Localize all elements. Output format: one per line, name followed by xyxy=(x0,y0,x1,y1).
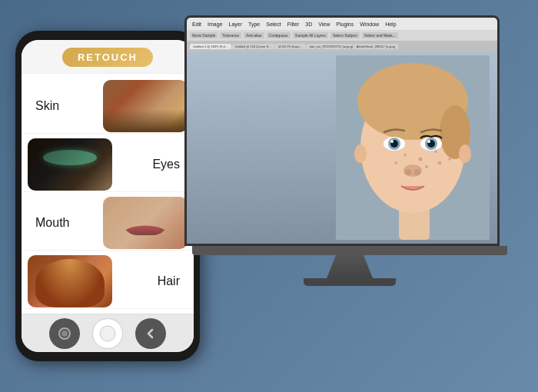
svg-point-13 xyxy=(427,140,430,143)
toolbar-antialias[interactable]: Anti-alias xyxy=(244,32,264,38)
svg-point-21 xyxy=(419,158,423,161)
eyes-thumbnail xyxy=(28,138,112,191)
mouth-label: Mouth xyxy=(28,216,103,230)
tab-1[interactable]: Untitled-1 @ 100% (Ful… xyxy=(190,44,231,49)
monitor-bottom-edge xyxy=(192,246,507,255)
list-item[interactable]: Mouth xyxy=(22,195,194,251)
hair-thumbnail xyxy=(28,255,112,307)
toolbar-contiguous[interactable]: Contiguous xyxy=(267,32,291,38)
skin-thumbnail xyxy=(103,80,188,132)
menu-filter[interactable]: Filter xyxy=(285,22,302,27)
eyes-image xyxy=(28,138,112,191)
menu-type[interactable]: Type xyxy=(246,22,262,27)
hair-label: Hair xyxy=(112,274,188,288)
phone-screen: RETOUCH Skin Eyes Mouth xyxy=(22,40,194,352)
photo-button[interactable] xyxy=(92,318,123,349)
menu-select[interactable]: Select xyxy=(264,22,283,27)
list-item[interactable]: Hair xyxy=(22,254,194,309)
svg-point-28 xyxy=(448,158,451,161)
svg-point-2 xyxy=(100,326,115,341)
svg-point-22 xyxy=(434,150,437,153)
mouth-thumbnail xyxy=(103,197,188,249)
photo-icon xyxy=(99,325,116,342)
menu-view[interactable]: View xyxy=(316,22,332,27)
svg-point-23 xyxy=(425,165,428,168)
monitor-menubar: Edit Image Layer Type Select Filter 3D V… xyxy=(187,18,497,30)
skin-label: Skin xyxy=(28,99,103,113)
phone-header: RETOUCH xyxy=(22,40,194,74)
svg-point-19 xyxy=(405,169,411,175)
retouch-badge: RETOUCH xyxy=(62,48,153,67)
skin-image xyxy=(103,80,188,132)
svg-point-8 xyxy=(459,145,471,163)
menu-help[interactable]: Help xyxy=(383,22,398,27)
monitor-stand-assembly xyxy=(184,246,515,286)
svg-point-26 xyxy=(394,161,397,164)
monitor: Edit Image Layer Type Select Filter 3D V… xyxy=(184,15,515,292)
toolbar-select-subject[interactable]: Select Subject xyxy=(330,32,360,38)
toolbar-select-mask[interactable]: Select and Mask... xyxy=(362,32,398,38)
record-icon xyxy=(58,327,71,341)
face-portrait-svg xyxy=(336,55,490,240)
toolbar-sample[interactable]: None Sample xyxy=(190,32,218,38)
mouth-image xyxy=(103,197,188,249)
tab-5[interactable]: AdobeStock_280117 (s.jpeg xyxy=(354,44,398,49)
svg-point-17 xyxy=(390,140,394,143)
toolbar-tolerance[interactable]: Tolerance xyxy=(220,32,241,38)
eyes-label: Eyes xyxy=(112,158,188,171)
svg-point-9 xyxy=(354,145,367,163)
svg-point-24 xyxy=(438,161,442,165)
phone: RETOUCH Skin Eyes Mouth xyxy=(15,31,200,361)
face-container xyxy=(187,51,497,244)
back-button[interactable] xyxy=(135,318,166,349)
list-item[interactable]: Eyes xyxy=(22,137,194,192)
menu-image[interactable]: Image xyxy=(205,22,224,27)
svg-point-27 xyxy=(453,145,457,148)
toolbar-sample-all[interactable]: Sample All Layers xyxy=(293,32,328,38)
monitor-base xyxy=(304,278,396,286)
tab-2[interactable]: Untitled @ 119 (Curve S… xyxy=(232,44,274,49)
menu-3d[interactable]: 3D xyxy=(303,22,314,27)
monitor-content xyxy=(187,51,497,244)
monitor-tabs: Untitled-1 @ 100% (Ful… Untitled @ 119 (… xyxy=(187,41,497,51)
monitor-toolbar: None Sample Tolerance Anti-alias Contigu… xyxy=(187,30,497,41)
menu-list: Skin Eyes Mouth xyxy=(22,74,194,314)
monitor-screen: Edit Image Layer Type Select Filter 3D V… xyxy=(184,15,500,246)
hair-image xyxy=(28,255,112,307)
svg-point-20 xyxy=(414,169,420,175)
menu-window[interactable]: Window xyxy=(357,22,381,27)
menu-layer[interactable]: Layer xyxy=(227,22,245,27)
menu-plugins[interactable]: Plugins xyxy=(334,22,356,27)
monitor-stand xyxy=(327,255,373,278)
svg-point-25 xyxy=(404,154,407,157)
phone-bottom-bar xyxy=(22,314,194,352)
chevron-left-icon xyxy=(144,327,158,341)
svg-point-1 xyxy=(61,331,68,337)
tab-3[interactable]: @ 66.7% (Layo… xyxy=(275,44,306,49)
menu-edit[interactable]: Edit xyxy=(190,22,204,27)
tab-4[interactable]: star_stu_STOCKFOTO_large.jpg xyxy=(307,44,353,49)
record-button[interactable] xyxy=(49,318,80,349)
list-item[interactable]: Skin xyxy=(22,78,194,134)
